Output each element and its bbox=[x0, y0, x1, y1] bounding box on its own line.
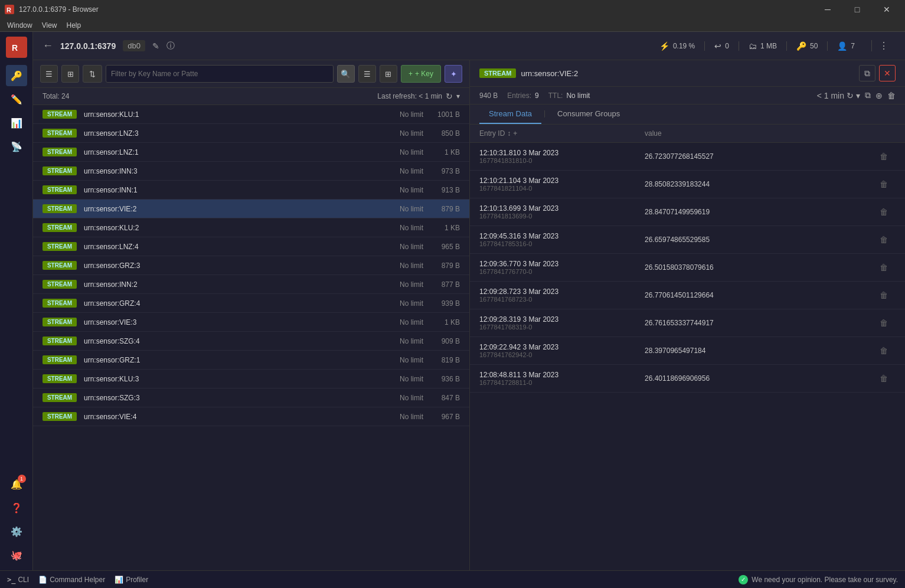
key-row[interactable]: STREAM urn:sensor:INN:3 No limit 973 B bbox=[33, 162, 469, 181]
menu-help[interactable]: Help bbox=[61, 20, 86, 31]
keys-icon: 🔑 bbox=[796, 41, 806, 51]
sidebar-item-help[interactable]: ❓ bbox=[6, 497, 27, 518]
grid-button[interactable]: ⊞ bbox=[380, 65, 397, 83]
entry-id-block: 12:09:45.316 3 Mar 2023 1677841785316-0 bbox=[479, 232, 645, 247]
database-selector[interactable]: db0 bbox=[123, 40, 145, 51]
detail-meta: 940 B Entries: 9 TTL: No limit < 1 min ↻ bbox=[470, 87, 905, 104]
key-row[interactable]: STREAM urn:sensor:KLU:3 No limit 936 B bbox=[33, 370, 469, 388]
meta-add-button[interactable]: ⊕ bbox=[875, 91, 883, 100]
table-row[interactable]: 12:09:28.723 3 Mar 2023 1677841768723-0 … bbox=[470, 282, 905, 309]
key-row[interactable]: STREAM urn:sensor:LNZ:3 No limit 850 B bbox=[33, 124, 469, 143]
close-button[interactable]: ✕ bbox=[873, 0, 900, 19]
sidebar-item-keys[interactable]: 🔑 bbox=[6, 65, 27, 86]
header: ← 127.0.0.1:6379 db0 ✎ ⓘ ⚡ 0.19 % ↩ 0 🗂 … bbox=[33, 32, 905, 60]
sidebar-item-analytics[interactable]: 📊 bbox=[6, 112, 27, 133]
magic-button[interactable]: ✦ bbox=[445, 65, 462, 83]
close-icon: ✕ bbox=[884, 68, 891, 78]
key-row[interactable]: STREAM urn:sensor:VIE:3 No limit 1 KB bbox=[33, 313, 469, 332]
menu-view[interactable]: View bbox=[37, 20, 62, 31]
entries-value: 9 bbox=[535, 92, 539, 100]
key-row[interactable]: STREAM urn:sensor:INN:1 No limit 913 B bbox=[33, 181, 469, 200]
minimize-button[interactable]: ─ bbox=[814, 0, 841, 19]
key-row[interactable]: STREAM urn:sensor:GRZ:4 No limit 939 B bbox=[33, 294, 469, 313]
table-row[interactable]: 12:10:21.104 3 Mar 2023 1677841821104-0 … bbox=[470, 171, 905, 198]
refresh-button[interactable]: ↻ bbox=[446, 92, 453, 101]
edit-button[interactable]: ✎ bbox=[152, 41, 159, 51]
table-row[interactable]: 12:10:31.810 3 Mar 2023 1677841831810-0 … bbox=[470, 143, 905, 171]
key-size: 850 B bbox=[430, 129, 460, 138]
search-input[interactable] bbox=[106, 65, 334, 83]
sidebar-item-settings[interactable]: ⚙️ bbox=[6, 521, 27, 542]
filter-button[interactable]: ⊞ bbox=[61, 65, 79, 83]
more-button[interactable]: ⋮ bbox=[871, 40, 896, 51]
meta-refresh-icon: ↻ bbox=[847, 91, 854, 100]
key-row[interactable]: STREAM urn:sensor:LNZ:1 No limit 1 KB bbox=[33, 143, 469, 162]
col-entry-id-header[interactable]: Entry ID ↕ + bbox=[479, 129, 645, 138]
sidebar-item-browser[interactable]: ✏️ bbox=[6, 89, 27, 110]
key-ttl: No limit bbox=[388, 262, 423, 270]
key-row[interactable]: STREAM urn:sensor:SZG:4 No limit 909 B bbox=[33, 332, 469, 351]
entry-value: 26.65974865529585 bbox=[645, 236, 872, 244]
delete-entry-button[interactable]: 🗑 bbox=[872, 152, 896, 161]
key-row[interactable]: STREAM urn:sensor:LNZ:4 No limit 965 B bbox=[33, 237, 469, 256]
info-button[interactable]: ⓘ bbox=[166, 41, 175, 51]
key-ttl: No limit bbox=[388, 356, 423, 364]
sidebar-item-notifications[interactable]: 🔔 1 bbox=[6, 473, 27, 495]
sidebar-item-github[interactable]: 🐙 bbox=[6, 544, 27, 566]
entry-id-block: 12:09:28.723 3 Mar 2023 1677841768723-0 bbox=[479, 288, 645, 303]
copy-path-button[interactable]: ⧉ bbox=[859, 65, 875, 81]
delete-entry-button[interactable]: 🗑 bbox=[872, 318, 896, 328]
search-button[interactable]: 🔍 bbox=[337, 65, 355, 83]
delete-entry-button[interactable]: 🗑 bbox=[872, 346, 896, 355]
plus-icon: + bbox=[409, 70, 413, 78]
table-row[interactable]: 12:09:45.316 3 Mar 2023 1677841785316-0 … bbox=[470, 226, 905, 254]
sort-button[interactable]: ⇅ bbox=[83, 65, 102, 83]
meta-delete-button[interactable]: 🗑 bbox=[887, 91, 896, 100]
key-row[interactable]: STREAM urn:sensor:GRZ:1 No limit 819 B bbox=[33, 351, 469, 370]
close-detail-button[interactable]: ✕ bbox=[879, 65, 896, 81]
key-row[interactable]: STREAM urn:sensor:INN:2 No limit 877 B bbox=[33, 275, 469, 294]
table-row[interactable]: 12:09:28.319 3 Mar 2023 1677841768319-0 … bbox=[470, 309, 905, 337]
entry-value: 26.501580378079616 bbox=[645, 263, 872, 272]
key-row[interactable]: STREAM urn:sensor:KLU:2 No limit 1 KB bbox=[33, 218, 469, 237]
key-row[interactable]: STREAM urn:sensor:VIE:2 No limit 879 B bbox=[33, 200, 469, 218]
table-row[interactable]: 12:10:13.699 3 Mar 2023 1677841813699-0 … bbox=[470, 198, 905, 226]
tab-stream-data[interactable]: Stream Data bbox=[479, 104, 541, 124]
key-row[interactable]: STREAM urn:sensor:SZG:3 No limit 847 B bbox=[33, 388, 469, 407]
menu-button[interactable]: ☰ bbox=[358, 65, 376, 83]
entry-value: 26.761653337744917 bbox=[645, 319, 872, 327]
memory-value: 1 MB bbox=[760, 42, 777, 50]
key-row[interactable]: STREAM urn:sensor:VIE:4 No limit 967 B bbox=[33, 407, 469, 426]
key-size: 936 B bbox=[430, 375, 460, 383]
cli-button[interactable]: >_ CLI bbox=[7, 576, 29, 584]
profiler-button[interactable]: 📊 Profiler bbox=[115, 576, 148, 584]
sidebar-item-pubsub[interactable]: 📡 bbox=[6, 136, 27, 157]
meta-copy-button[interactable]: ⧉ bbox=[865, 90, 871, 100]
delete-entry-button[interactable]: 🗑 bbox=[872, 374, 896, 383]
meta-refresh-button[interactable]: < 1 min ↻ ▾ bbox=[817, 91, 860, 100]
scan-chevron[interactable]: ▾ bbox=[456, 92, 460, 100]
delete-entry-button[interactable]: 🗑 bbox=[872, 290, 896, 300]
entry-id-block: 12:10:13.699 3 Mar 2023 1677841813699-0 bbox=[479, 204, 645, 220]
list-view-button[interactable]: ☰ bbox=[40, 65, 58, 83]
back-button[interactable]: ← bbox=[43, 40, 53, 52]
menu-window[interactable]: Window bbox=[2, 20, 37, 31]
command-helper-button[interactable]: 📄 Command Helper bbox=[38, 576, 105, 584]
delete-entry-button[interactable]: 🗑 bbox=[872, 235, 896, 244]
entry-id-sub: 1677841831810-0 bbox=[479, 157, 645, 164]
delete-entry-button[interactable]: 🗑 bbox=[872, 179, 896, 189]
key-row[interactable]: STREAM urn:sensor:GRZ:3 No limit 879 B bbox=[33, 256, 469, 275]
restore-button[interactable]: □ bbox=[844, 0, 871, 19]
tab-consumer-groups[interactable]: Consumer Groups bbox=[548, 104, 629, 124]
delete-entry-button[interactable]: 🗑 bbox=[872, 207, 896, 217]
delete-entry-button[interactable]: 🗑 bbox=[872, 263, 896, 272]
entry-id-block: 12:10:31.810 3 Mar 2023 1677841831810-0 bbox=[479, 149, 645, 164]
table-row[interactable]: 12:09:36.770 3 Mar 2023 1677841776770-0 … bbox=[470, 254, 905, 282]
key-type-badge: STREAM bbox=[43, 393, 77, 402]
left-sidebar: R 🔑 ✏️ 📊 📡 🔔 1 ❓ ⚙️ 🐙 bbox=[0, 32, 33, 570]
table-row[interactable]: 12:08:48.811 3 Mar 2023 1677841728811-0 … bbox=[470, 365, 905, 393]
last-refresh-label: Last refresh: < 1 min bbox=[377, 92, 442, 100]
key-row[interactable]: STREAM urn:sensor:KLU:1 No limit 1001 B bbox=[33, 105, 469, 124]
add-key-button[interactable]: + + Key bbox=[401, 65, 441, 83]
table-row[interactable]: 12:09:22.942 3 Mar 2023 1677841762942-0 … bbox=[470, 337, 905, 365]
